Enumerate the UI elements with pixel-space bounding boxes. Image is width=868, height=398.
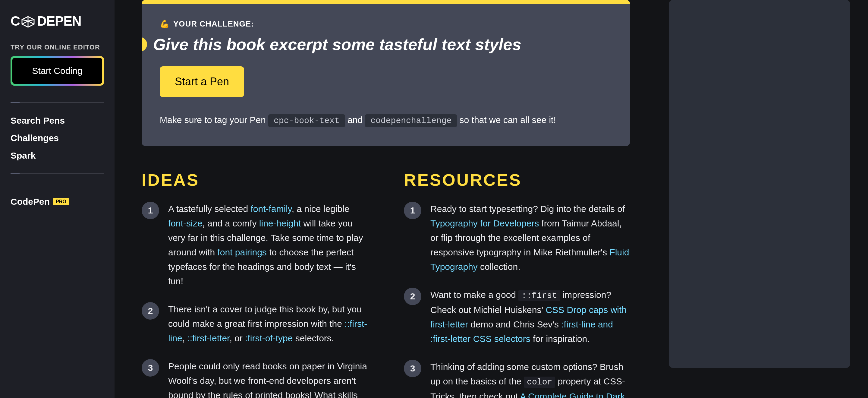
codepen-label: CodePen bbox=[10, 196, 50, 207]
divider bbox=[10, 173, 104, 174]
nav-challenges[interactable]: Challenges bbox=[10, 129, 104, 147]
resources-heading: RESOURCES bbox=[404, 170, 630, 190]
ideas-heading: IDEAS bbox=[142, 170, 368, 190]
item-text: Thinking of adding some custom options? … bbox=[430, 360, 630, 398]
code-first: ::first bbox=[518, 290, 560, 301]
main-content: 💪 YOUR CHALLENGE: Give this book excerpt… bbox=[115, 0, 657, 398]
item-text: There isn't a cover to judge this book b… bbox=[168, 302, 368, 345]
item-text: Want to make a good ::first impression? … bbox=[430, 288, 630, 346]
item-text: People could only read books on paper in… bbox=[168, 359, 368, 398]
idea-item-2: 2 There isn't a cover to judge this book… bbox=[142, 302, 368, 345]
code-color: color bbox=[524, 376, 555, 388]
svg-text:C: C bbox=[10, 13, 20, 28]
pro-badge: PRO bbox=[53, 198, 69, 205]
num-badge: 2 bbox=[404, 288, 421, 305]
link-first-letter[interactable]: ::first-letter bbox=[187, 333, 229, 343]
flex-emoji-icon: 💪 bbox=[160, 19, 170, 29]
link-font-family[interactable]: font-family bbox=[251, 204, 292, 214]
challenge-card: 💪 YOUR CHALLENGE: Give this book excerpt… bbox=[142, 0, 630, 146]
num-badge: 2 bbox=[142, 302, 159, 319]
num-badge: 3 bbox=[404, 360, 421, 377]
start-pen-button[interactable]: Start a Pen bbox=[160, 66, 244, 97]
tag-codepenchallenge[interactable]: codepenchallenge bbox=[365, 114, 457, 127]
challenge-accent-bar bbox=[142, 0, 630, 4]
resources-column: RESOURCES 1 Ready to start typesetting? … bbox=[404, 170, 630, 398]
side-panel bbox=[669, 0, 850, 368]
chevron-right-icon bbox=[142, 37, 147, 52]
editor-label: TRY OUR ONLINE EDITOR bbox=[10, 43, 104, 51]
link-typography-developers[interactable]: Typography for Developers bbox=[430, 218, 539, 228]
link-font-pairings[interactable]: font pairings bbox=[217, 247, 267, 257]
sidebar: C DEPEN TRY OUR ONLINE EDITOR Start Codi… bbox=[0, 0, 115, 398]
num-badge: 3 bbox=[142, 359, 159, 376]
columns: IDEAS 1 A tastefully selected font-famil… bbox=[142, 170, 630, 398]
nav-spark[interactable]: Spark bbox=[10, 147, 104, 164]
challenge-body: 💪 YOUR CHALLENGE: Give this book excerpt… bbox=[142, 4, 630, 146]
resource-item-3: 3 Thinking of adding some custom options… bbox=[404, 360, 630, 398]
codepen-logo[interactable]: C DEPEN bbox=[10, 12, 104, 31]
resource-item-2: 2 Want to make a good ::first impression… bbox=[404, 288, 630, 346]
challenge-title-row: Give this book excerpt some tasteful tex… bbox=[142, 35, 612, 54]
tag-cpc-book-text[interactable]: cpc-book-text bbox=[268, 114, 345, 127]
link-line-height[interactable]: line-height bbox=[259, 218, 301, 228]
start-coding-button[interactable]: Start Coding bbox=[12, 58, 102, 84]
num-badge: 1 bbox=[404, 202, 421, 219]
link-first-of-type[interactable]: :first-of-type bbox=[245, 333, 293, 343]
start-coding-wrap: Start Coding bbox=[10, 56, 104, 86]
resource-item-1: 1 Ready to start typesetting? Dig into t… bbox=[404, 202, 630, 274]
link-font-size[interactable]: font-size bbox=[168, 218, 202, 228]
challenge-label: 💪 YOUR CHALLENGE: bbox=[160, 19, 612, 29]
idea-item-3: 3 People could only read books on paper … bbox=[142, 359, 368, 398]
svg-text:DEPEN: DEPEN bbox=[37, 13, 82, 28]
divider bbox=[10, 102, 104, 103]
idea-item-1: 1 A tastefully selected font-family, a n… bbox=[142, 202, 368, 288]
nav-search-pens[interactable]: Search Pens bbox=[10, 112, 104, 129]
challenge-label-text: YOUR CHALLENGE: bbox=[173, 19, 254, 29]
nav-codepen-pro[interactable]: CodePen PRO bbox=[10, 196, 104, 207]
item-text: A tastefully selected font-family, a nic… bbox=[168, 202, 368, 288]
item-text: Ready to start typesetting? Dig into the… bbox=[430, 202, 630, 274]
num-badge: 1 bbox=[142, 202, 159, 219]
challenge-title: Give this book excerpt some tasteful tex… bbox=[153, 35, 521, 54]
tag-instructions: Make sure to tag your Pen cpc-book-text … bbox=[160, 112, 612, 128]
ideas-column: IDEAS 1 A tastefully selected font-famil… bbox=[142, 170, 368, 398]
